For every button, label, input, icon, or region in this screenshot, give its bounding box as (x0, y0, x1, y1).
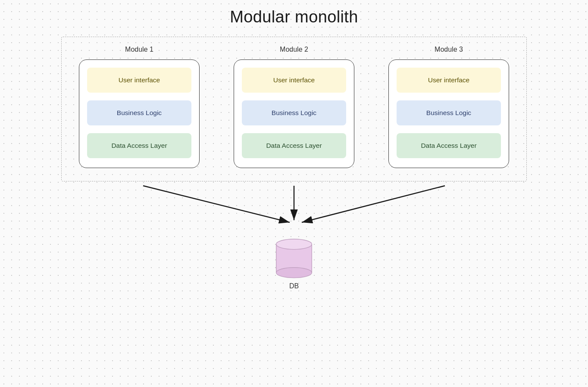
svg-point-5 (276, 268, 312, 278)
module-1-col: Module 1 User interface Business Logic D… (75, 46, 204, 168)
module-2-bl-layer: Business Logic (242, 100, 346, 125)
svg-line-1 (143, 186, 290, 222)
module-1-ui-layer: User interface (87, 68, 191, 93)
page-title: Modular monolith (230, 8, 358, 26)
arrows-section (61, 181, 527, 233)
db-section: DB (272, 233, 316, 290)
module-3-bl-layer: Business Logic (397, 100, 501, 125)
module-2-label: Module 2 (280, 46, 308, 53)
module-3-col: Module 3 User interface Business Logic D… (384, 46, 513, 168)
db-cylinder (272, 233, 316, 281)
module-3-dal-layer: Data Access Layer (397, 133, 501, 158)
module-2-col: Module 2 User interface Business Logic D… (229, 46, 359, 168)
module-1-label: Module 1 (125, 46, 153, 53)
svg-point-6 (276, 239, 312, 250)
module-2-ui-layer: User interface (242, 68, 346, 93)
arrows-svg (61, 181, 527, 233)
outer-container: Module 1 User interface Business Logic D… (61, 37, 527, 181)
module-1-dal-layer: Data Access Layer (87, 133, 191, 158)
db-label: DB (289, 282, 299, 290)
db-cylinder-svg (270, 233, 318, 281)
svg-line-3 (302, 186, 445, 222)
page: Modular monolith Module 1 User interface… (0, 0, 588, 387)
module-1-card: User interface Business Logic Data Acces… (79, 59, 200, 168)
module-3-card: User interface Business Logic Data Acces… (388, 59, 509, 168)
module-2-dal-layer: Data Access Layer (242, 133, 346, 158)
module-3-label: Module 3 (435, 46, 463, 53)
module-1-bl-layer: Business Logic (87, 100, 191, 125)
module-3-ui-layer: User interface (397, 68, 501, 93)
module-2-card: User interface Business Logic Data Acces… (234, 59, 354, 168)
